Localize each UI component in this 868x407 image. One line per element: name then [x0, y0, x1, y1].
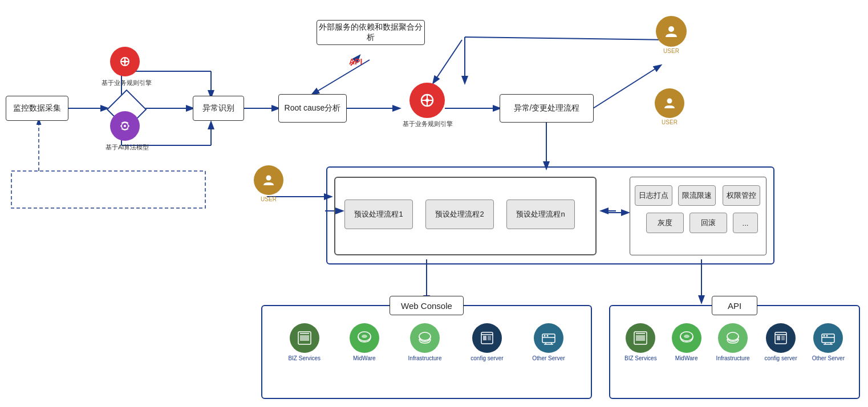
- ai-model-circle: [110, 111, 140, 141]
- external-analysis-box: 外部服务的依赖和数据聚合分析: [317, 20, 425, 45]
- external-analysis-label: 外部服务的依赖和数据聚合分析: [317, 22, 424, 43]
- svg-point-54: [546, 335, 548, 337]
- rootcause-box: Root cause分析: [278, 94, 347, 123]
- gray-box: 灰度: [646, 213, 684, 233]
- midware-item: MidWare: [350, 323, 379, 361]
- svg-rect-66: [781, 336, 785, 340]
- rule-engine-circle-1: [110, 47, 140, 76]
- api-label-box: API: [712, 296, 757, 315]
- preset-flow-1-label: 预设处理流程1: [354, 209, 403, 219]
- api-infrastructure-label: Infrastructure: [716, 355, 750, 361]
- infrastructure-item: Infrastructure: [408, 323, 442, 361]
- svg-line-6: [433, 40, 462, 83]
- svg-point-71: [826, 335, 828, 337]
- rollback-label: 回滚: [701, 218, 716, 228]
- other-server-item: Other Server: [532, 323, 565, 361]
- anomaly-box: 异常识别: [193, 96, 244, 121]
- web-console-label: Web Console: [401, 301, 452, 311]
- diagram-container: 监控数据采集 基于业务规则引擎: [0, 0, 868, 407]
- api-config-server-label: config server: [765, 355, 797, 361]
- svg-rect-48: [483, 336, 486, 340]
- svg-point-53: [543, 335, 545, 337]
- config-server-item: config server: [470, 323, 503, 361]
- user-top-label: USER: [659, 48, 684, 54]
- user-right-label: USER: [657, 119, 682, 125]
- config-server-label: config server: [470, 355, 503, 361]
- svg-rect-65: [777, 336, 780, 340]
- web-console-outer-box: Web Console BIZ Services: [261, 305, 592, 399]
- rollback-box: 回滚: [689, 213, 727, 233]
- svg-point-28: [124, 60, 127, 63]
- svg-rect-17: [11, 171, 205, 208]
- user-middle-circle: [254, 165, 283, 195]
- svg-point-45: [362, 335, 367, 338]
- api-biz-services-label: BIZ Services: [624, 355, 657, 361]
- api-infrastructure-item: Infrastructure: [716, 323, 750, 361]
- preset-flow-n: 预设处理流程n: [506, 200, 575, 229]
- permission-box: 权限管控: [723, 185, 760, 206]
- flow-inner-box: 预设处理流程1 预设处理流程2 预设处理流程n: [334, 177, 597, 255]
- monitor-label: 监控数据采集: [13, 103, 61, 113]
- log-label: 日志打点: [639, 190, 668, 201]
- anomaly-label: 异常识别: [202, 103, 234, 113]
- api-midware-label: MidWare: [675, 355, 698, 361]
- preset-flow-n-label: 预设处理流程n: [516, 209, 565, 219]
- api-config-server-item: config server: [765, 323, 797, 361]
- svg-point-62: [684, 335, 689, 338]
- gray-label: 灰度: [658, 218, 672, 228]
- preset-flow-2-label: 预设处理流程2: [435, 209, 484, 219]
- monitor-box: 监控数据采集: [6, 96, 68, 121]
- rootcause-label: Root cause分析: [285, 103, 341, 113]
- biz-services-item: BIZ Services: [288, 323, 321, 361]
- change-flow-label: 异常/变更处理流程: [514, 103, 580, 113]
- svg-point-70: [824, 335, 825, 337]
- change-flow-box: 异常/变更处理流程: [500, 94, 594, 123]
- svg-rect-59: [636, 335, 645, 341]
- api-outer-box: API BIZ Services: [609, 305, 860, 399]
- svg-line-7: [465, 37, 673, 40]
- more-box: ...: [733, 213, 758, 233]
- svg-point-39: [266, 176, 271, 181]
- rule-engine-label-1: 基于业务规则引擎: [102, 79, 147, 87]
- midware-label: MidWare: [353, 355, 376, 361]
- rate-limit-box: 限流限速: [678, 185, 716, 206]
- rate-limit-label: 限流限速: [682, 190, 712, 201]
- more-label: ...: [743, 219, 749, 227]
- user-right-circle: [655, 88, 684, 118]
- api-bottom-label: API: [728, 301, 741, 311]
- api-red-label: API: [349, 57, 362, 66]
- svg-point-33: [668, 26, 674, 32]
- rule-engine-label-2: 基于业务规则引擎: [403, 120, 452, 128]
- svg-point-63: [727, 332, 739, 340]
- other-server-label: Other Server: [532, 355, 565, 361]
- log-box: 日志打点: [635, 185, 672, 206]
- user-middle-label: USER: [256, 196, 281, 202]
- ai-model-label: 基于AI算法模型: [106, 143, 144, 152]
- user-top-circle: [656, 16, 687, 47]
- preset-flow-1: 预设处理流程1: [344, 200, 413, 229]
- api-midware-item: MidWare: [672, 323, 701, 361]
- svg-point-38: [667, 99, 672, 104]
- infrastructure-label: Infrastructure: [408, 355, 442, 361]
- rule-engine-circle-2: [409, 83, 445, 118]
- api-other-server-label: Other Server: [812, 355, 845, 361]
- api-biz-services-item: BIZ Services: [624, 323, 657, 361]
- outer-flow-box: 预设处理流程1 预设处理流程2 预设处理流程n 日志打点 限流限速 权限管控: [326, 166, 774, 264]
- svg-point-46: [419, 332, 431, 340]
- web-console-label-box: Web Console: [390, 296, 464, 315]
- svg-rect-42: [300, 335, 309, 341]
- preset-flow-2: 预设处理流程2: [425, 200, 494, 229]
- api-other-server-item: Other Server: [812, 323, 845, 361]
- permission-label: 权限管控: [727, 190, 756, 201]
- svg-line-5: [593, 66, 660, 108]
- svg-rect-49: [488, 336, 491, 340]
- biz-services-label: BIZ Services: [288, 355, 321, 361]
- svg-point-30: [124, 125, 126, 127]
